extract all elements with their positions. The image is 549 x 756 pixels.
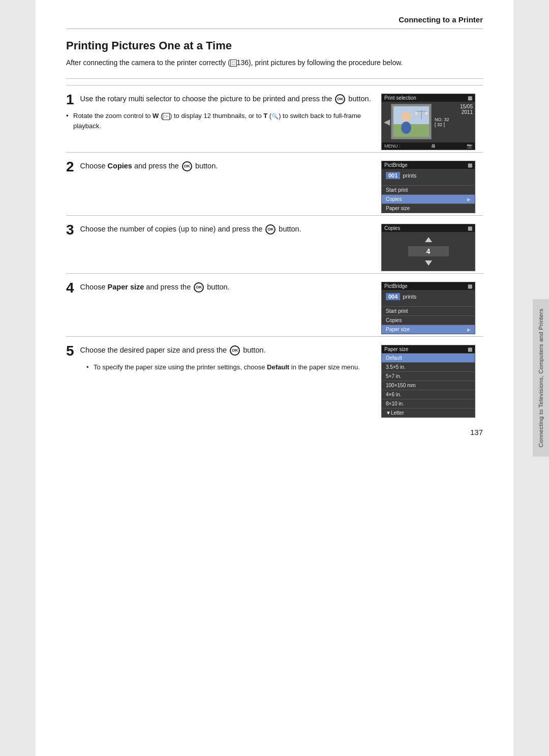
ok-button-icon-5: OK <box>230 345 240 356</box>
divider-1 <box>66 78 483 79</box>
screen2-icon: ▩ <box>468 162 472 168</box>
svg-point-4 <box>401 122 411 134</box>
paper-4x6: 4×6 in. <box>382 390 475 399</box>
screen2-header: PictBridge ▩ <box>382 161 475 169</box>
pictbridge-paper-screen: PictBridge ▩ 004 prints Start print Copi… <box>381 282 475 334</box>
header-title: Connecting to a Printer <box>399 15 483 24</box>
screen3-body: 4 <box>382 232 475 271</box>
left-arrow-icon: ◀ <box>384 117 390 127</box>
right-icon: 📷 <box>467 143 472 149</box>
svg-rect-2 <box>393 124 429 137</box>
copies-value: 4 <box>408 246 449 256</box>
paper-3x5: 3.5×5 in. <box>382 362 475 371</box>
menu-copies-selected: Copies ▶ <box>382 194 475 203</box>
step-2-left: 2 Choose Copies and press the OK button. <box>66 161 381 174</box>
step-2-number: 2 <box>66 161 74 174</box>
menu-icon: MENU : <box>384 143 401 149</box>
screen4-prints-value: 004 <box>386 293 400 300</box>
step-4-text: 4 Choose Paper size and press the OK but… <box>66 282 371 295</box>
step-2-screen: PictBridge ▩ 001 prints Start print Copi… <box>381 161 483 213</box>
step-4-left: 4 Choose Paper size and press the OK but… <box>66 282 381 295</box>
step-4-number: 4 <box>66 282 74 295</box>
screen3-icon: ▩ <box>468 225 472 231</box>
paper-size-screen: Paper size ▩ Default 3.5×5 in. 5×7 in. 1… <box>381 345 475 418</box>
print-selection-screen: Print selection ▩ ◀ <box>381 94 475 150</box>
step-2-row: 2 Choose Copies and press the OK button.… <box>66 161 483 213</box>
step-3-number: 3 <box>66 224 74 237</box>
page-header: Connecting to a Printer <box>66 15 483 29</box>
screen5-icon: ▩ <box>468 346 472 352</box>
step-4-section: 4 Choose Paper size and press the OK but… <box>66 273 483 334</box>
screen4-prints: 004 prints <box>382 290 475 303</box>
ok-button-icon-1: OK <box>335 94 345 104</box>
prints-label: prints <box>403 172 416 179</box>
screen4-paper-size-selected: Paper size ▶ <box>382 325 475 334</box>
paper-default-selected: Default <box>382 353 475 362</box>
step-3-section: 3 Choose the number of copies (up to nin… <box>66 215 483 271</box>
step-3-row: 3 Choose the number of copies (up to nin… <box>66 224 483 271</box>
screen1-svg <box>393 106 429 137</box>
wide-icon: □▫ <box>163 113 170 120</box>
paper-size-arrow-icon: ▶ <box>467 327 471 332</box>
step-2-text: 2 Choose Copies and press the OK button. <box>66 161 371 174</box>
svg-point-3 <box>401 111 411 122</box>
step-1-section: 1 Use the rotary multi selector to choos… <box>66 85 483 150</box>
step-5-screen: Paper size ▩ Default 3.5×5 in. 5×7 in. 1… <box>381 345 483 418</box>
step-5-bullet-1: To specify the paper size using the prin… <box>86 362 371 372</box>
step-5-number: 5 <box>66 345 74 358</box>
step-1-text: 1 Use the rotary multi selector to choos… <box>66 94 371 107</box>
step-5-row: 5 Choose the desired paper size and pres… <box>66 345 483 418</box>
screen1-no: NO. 32 [ 32 ] <box>435 117 473 127</box>
sidebar-label: Connecting to Televisions, Computers and… <box>533 300 549 457</box>
copies-arrow-icon: ▶ <box>467 197 471 202</box>
screen1-image <box>391 104 432 139</box>
svg-point-7 <box>414 111 418 115</box>
menu-start-print: Start print <box>382 185 475 194</box>
step-3-left: 3 Choose the number of copies (up to nin… <box>66 224 381 237</box>
ok-button-icon-3: OK <box>265 224 276 235</box>
step-1-bullet-1: Rotate the zoom control to W (□▫) to dis… <box>66 111 371 131</box>
paper-letter: ▼Letter <box>382 408 475 417</box>
step-5-bullets: To specify the paper size using the prin… <box>86 362 371 372</box>
screen1-body: ◀ <box>382 102 475 141</box>
screen4-header: PictBridge ▩ <box>382 282 475 290</box>
screen4-icon: ▩ <box>468 283 472 289</box>
screen3-title: Copies <box>384 225 400 231</box>
svg-point-8 <box>424 111 429 115</box>
step-3-text: 3 Choose the number of copies (up to nin… <box>66 224 371 237</box>
screen1-date: 15/052011 <box>435 104 473 115</box>
step-2-section: 2 Choose Copies and press the OK button.… <box>66 152 483 213</box>
step-1-bullets: Rotate the zoom control to W (□▫) to dis… <box>66 111 371 131</box>
menu-paper-size: Paper size <box>382 203 475 213</box>
screen4-prints-label: prints <box>403 294 416 300</box>
screen1-icon: ▩ <box>468 95 472 101</box>
screen1-header: Print selection ▩ <box>382 94 475 102</box>
screen5-header: Paper size ▩ <box>382 345 475 353</box>
page-container: Connecting to a Printer Printing Picture… <box>36 0 513 756</box>
step-5-left: 5 Choose the desired paper size and pres… <box>66 345 381 372</box>
screen4-title: PictBridge <box>384 283 408 289</box>
screen2-title: PictBridge <box>384 162 408 168</box>
step-1-screen: Print selection ▩ ◀ <box>381 94 483 150</box>
step-1-left: 1 Use the rotary multi selector to choos… <box>66 94 381 131</box>
screen4-start-print: Start print <box>382 306 475 315</box>
ok-button-icon-2: OK <box>182 161 192 171</box>
step-3-screen: Copies ▩ 4 <box>381 224 483 271</box>
prints-value: 001 <box>386 172 400 179</box>
screen2-prints: 001 prints <box>382 169 475 182</box>
ok-button-icon-4: OK <box>194 282 204 293</box>
page-number: 137 <box>66 428 483 437</box>
step-4-row: 4 Choose Paper size and press the OK but… <box>66 282 483 334</box>
step-4-screen: PictBridge ▩ 004 prints Start print Copi… <box>381 282 483 334</box>
step-1-number: 1 <box>66 94 74 107</box>
pictbridge-copies-screen: PictBridge ▩ 001 prints Start print Copi… <box>381 161 475 213</box>
copies-number-screen: Copies ▩ 4 <box>381 224 475 271</box>
print-icon: 🖶 <box>431 143 436 149</box>
intro-text: After connecting the camera to the print… <box>66 57 483 68</box>
screen4-menu: Start print Copies Paper size ▶ <box>382 306 475 334</box>
arrow-down-icon <box>425 260 432 266</box>
screen3-header: Copies ▩ <box>382 224 475 232</box>
paper-100x150: 100×150 mm <box>382 381 475 390</box>
step-1-row: 1 Use the rotary multi selector to choos… <box>66 94 483 150</box>
paper-5x7: 5×7 in. <box>382 371 475 381</box>
